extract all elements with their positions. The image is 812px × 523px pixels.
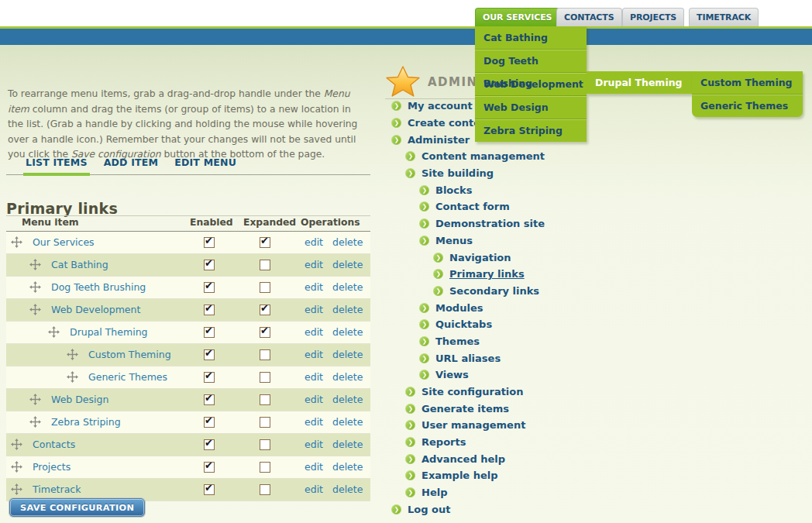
drag-handle-icon[interactable] — [48, 326, 60, 338]
edit-link[interactable]: edit — [304, 304, 323, 315]
edit-link[interactable]: edit — [304, 371, 323, 383]
drag-handle-icon[interactable] — [11, 461, 22, 473]
menu-item-zebra-striping[interactable]: Zebra Striping — [475, 119, 587, 142]
delete-link[interactable]: delete — [332, 371, 363, 383]
sidebar-link-log-out[interactable]: Log out — [408, 504, 450, 515]
expanded-checkbox[interactable] — [260, 282, 270, 293]
tab-timetrack[interactable]: TIMETRACK — [689, 8, 759, 26]
sidebar-link-primary-links[interactable]: Primary links — [449, 268, 525, 280]
sidebar-link-site-configuration[interactable]: Site configuration — [421, 386, 524, 397]
enabled-checkbox[interactable] — [204, 349, 215, 360]
sidebar-link-navigation[interactable]: Navigation — [449, 252, 511, 263]
edit-link[interactable]: edit — [304, 439, 323, 450]
expanded-checkbox[interactable] — [260, 372, 270, 383]
sidebar-link-reports[interactable]: Reports — [421, 436, 466, 448]
sidebar-link-modules[interactable]: Modules — [435, 302, 483, 314]
delete-link[interactable]: delete — [332, 326, 363, 338]
sidebar-link-help[interactable]: Help — [421, 487, 447, 498]
expanded-checkbox[interactable] — [260, 484, 270, 495]
enabled-checkbox[interactable] — [204, 439, 215, 450]
tab-add-item[interactable]: ADD ITEM — [104, 157, 159, 174]
delete-link[interactable]: delete — [332, 349, 363, 360]
sidebar-link-administer[interactable]: Administer — [408, 134, 470, 146]
edit-link[interactable]: edit — [304, 349, 323, 360]
menu-item-cat-bathing[interactable]: Cat Bathing — [475, 26, 587, 49]
sidebar-link-content-management[interactable]: Content management — [421, 150, 545, 162]
menu-item-link-contacts[interactable]: Contacts — [33, 439, 75, 450]
sidebar-link-secondary-links[interactable]: Secondary links — [449, 285, 539, 297]
sidebar-link-demonstration-site[interactable]: Demonstration site — [435, 218, 545, 229]
menu-item-link-generic-themes[interactable]: Generic Themes — [88, 371, 167, 383]
drag-handle-icon[interactable] — [11, 439, 22, 450]
edit-link[interactable]: edit — [304, 236, 323, 248]
delete-link[interactable]: delete — [332, 483, 363, 495]
delete-link[interactable]: delete — [332, 461, 363, 473]
delete-link[interactable]: delete — [332, 259, 363, 270]
menu-item-web-development[interactable]: Web Development — [475, 72, 587, 95]
expanded-checkbox[interactable] — [260, 439, 270, 450]
enabled-checkbox[interactable] — [204, 394, 215, 405]
drag-handle-icon[interactable] — [29, 394, 41, 405]
drag-handle-icon[interactable] — [67, 371, 78, 383]
drag-handle-icon[interactable] — [29, 281, 41, 293]
sidebar-link-generate-items[interactable]: Generate items — [421, 403, 509, 415]
sidebar-link-my-account[interactable]: My account — [408, 100, 473, 112]
menu-item-link-cat-bathing[interactable]: Cat Bathing — [51, 259, 108, 270]
enabled-checkbox[interactable] — [204, 237, 215, 248]
sidebar-link-example-help[interactable]: Example help — [421, 470, 498, 481]
drag-handle-icon[interactable] — [29, 416, 41, 428]
expanded-checkbox[interactable] — [260, 349, 270, 360]
menu-item-web-design[interactable]: Web Design — [475, 95, 587, 119]
enabled-checkbox[interactable] — [204, 305, 215, 315]
save-configuration-button[interactable]: SAVE CONFIGURATION — [9, 498, 145, 517]
enabled-checkbox[interactable] — [204, 327, 215, 338]
drag-handle-icon[interactable] — [29, 304, 41, 315]
sidebar-link-contact-form[interactable]: Contact form — [435, 201, 510, 212]
delete-link[interactable]: delete — [332, 304, 363, 315]
expanded-checkbox[interactable] — [260, 462, 270, 473]
sidebar-link-site-building[interactable]: Site building — [421, 167, 494, 179]
enabled-checkbox[interactable] — [204, 260, 215, 270]
menu-item-custom-theming[interactable]: Custom Theming — [692, 71, 803, 94]
edit-link[interactable]: edit — [304, 394, 323, 405]
drag-handle-icon[interactable] — [29, 259, 41, 270]
menu-item-link-web-development[interactable]: Web Development — [51, 304, 140, 315]
sidebar-link-blocks[interactable]: Blocks — [435, 184, 472, 196]
sidebar-link-quicktabs[interactable]: Quicktabs — [435, 318, 492, 330]
sidebar-link-themes[interactable]: Themes — [435, 335, 480, 347]
menu-item-link-zebra-striping[interactable]: Zebra Striping — [51, 416, 121, 428]
menu-item-link-custom-theming[interactable]: Custom Theming — [88, 349, 171, 360]
tab-list-items[interactable]: LIST ITEMS — [26, 157, 88, 174]
tab-contacts[interactable]: CONTACTS — [556, 8, 622, 26]
expanded-checkbox[interactable] — [260, 237, 270, 248]
delete-link[interactable]: delete — [332, 236, 363, 248]
expanded-checkbox[interactable] — [260, 260, 270, 270]
enabled-checkbox[interactable] — [204, 417, 215, 428]
delete-link[interactable]: delete — [332, 416, 363, 428]
enabled-checkbox[interactable] — [204, 372, 215, 383]
edit-link[interactable]: edit — [304, 281, 323, 293]
menu-item-link-our-services[interactable]: Our Services — [33, 236, 95, 248]
drag-handle-icon[interactable] — [11, 483, 22, 495]
edit-link[interactable]: edit — [304, 416, 323, 428]
edit-link[interactable]: edit — [304, 259, 323, 270]
edit-link[interactable]: edit — [304, 326, 323, 338]
tab-edit-menu[interactable]: EDIT MENU — [174, 157, 236, 174]
drag-handle-icon[interactable] — [67, 349, 78, 360]
enabled-checkbox[interactable] — [204, 282, 215, 293]
sidebar-link-advanced-help[interactable]: Advanced help — [421, 453, 505, 465]
sidebar-link-menus[interactable]: Menus — [435, 235, 473, 246]
drag-handle-icon[interactable] — [11, 236, 22, 248]
menu-item-link-projects[interactable]: Projects — [33, 461, 71, 473]
enabled-checkbox[interactable] — [204, 462, 215, 473]
tab-our-services[interactable]: OUR SERVICES — [475, 8, 559, 26]
edit-link[interactable]: edit — [304, 483, 323, 495]
delete-link[interactable]: delete — [332, 439, 363, 450]
tab-projects[interactable]: PROJECTS — [622, 8, 684, 26]
delete-link[interactable]: delete — [332, 394, 363, 405]
expanded-checkbox[interactable] — [260, 417, 270, 428]
menu-item-link-timetrack[interactable]: Timetrack — [33, 483, 81, 495]
expanded-checkbox[interactable] — [260, 305, 270, 315]
expanded-checkbox[interactable] — [260, 327, 270, 338]
expanded-checkbox[interactable] — [260, 394, 270, 405]
